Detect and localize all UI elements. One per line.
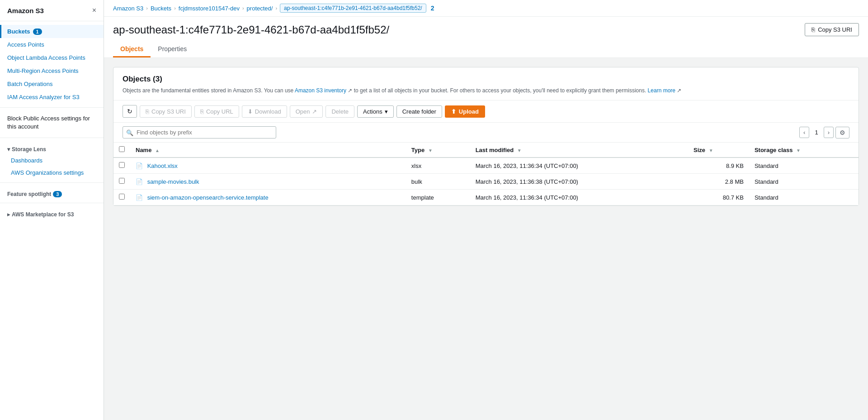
feature-spotlight-label: Feature spotlight <box>7 191 51 197</box>
row-checkbox-2[interactable] <box>119 194 125 200</box>
col-storage-class-sort-icon: ▼ <box>796 148 801 153</box>
row-checkbox-1[interactable] <box>119 178 125 184</box>
col-storage-class-header[interactable]: Storage class ▼ <box>749 143 859 158</box>
row-size-cell: 80.7 KB <box>688 190 749 205</box>
create-folder-button[interactable]: Create folder <box>396 105 442 118</box>
access-points-label: Access Points <box>7 41 44 48</box>
sidebar-section-feature-spotlight[interactable]: Feature spotlight 3 <box>0 186 104 199</box>
col-name-label: Name <box>136 147 151 153</box>
buckets-label: Buckets <box>7 28 30 35</box>
storage-lens-label: Storage Lens <box>12 146 46 153</box>
col-size-header[interactable]: Size ▼ <box>688 143 749 158</box>
copy-s3-uri-label: Copy S3 URI <box>818 26 852 33</box>
iam-analyzer-label: IAM Access Analyzer for S3 <box>7 94 80 100</box>
refresh-button[interactable]: ↻ <box>123 105 137 118</box>
aws-marketplace-label: AWS Marketplace for S3 <box>12 211 74 218</box>
col-checkbox-header[interactable] <box>113 143 130 158</box>
download-button[interactable]: ⬇ Download <box>242 105 287 118</box>
sidebar-item-block-access[interactable]: Block Public Access settings for this ac… <box>0 111 104 134</box>
table-settings-button[interactable]: ⚙ <box>835 127 849 138</box>
chevron-down-icon: ▾ <box>7 146 10 153</box>
dashboards-label: Dashboards <box>11 157 42 164</box>
tabs: Objects Properties <box>113 42 859 57</box>
actions-chevron-icon: ▾ <box>385 108 388 115</box>
col-last-modified-label: Last modified <box>476 147 514 153</box>
sidebar-item-dashboards[interactable]: Dashboards <box>0 154 104 167</box>
breadcrumb-amazon-s3[interactable]: Amazon S3 <box>113 5 143 12</box>
objects-panel-header: Objects (3) Objects are the fundamental … <box>113 67 859 100</box>
tab-objects[interactable]: Objects <box>113 42 151 57</box>
breadcrumb-protected[interactable]: protected/ <box>247 5 273 12</box>
batch-ops-label: Batch Operations <box>7 81 52 87</box>
copy-url-button[interactable]: ⎘ Copy URL <box>194 105 239 118</box>
sidebar-item-buckets[interactable]: Buckets 1 <box>0 25 104 38</box>
external-icon: ↗ <box>312 108 317 115</box>
open-label: Open <box>296 108 310 115</box>
block-access-label: Block Public Access settings for this ac… <box>7 115 90 130</box>
upload-icon: ⬆ <box>451 108 456 115</box>
objects-table: Name ▲ Type ▼ Last modified ▼ Size <box>113 143 859 205</box>
main-content: Amazon S3 › Buckets › fcjdmsstore101547-… <box>104 0 868 420</box>
select-all-checkbox[interactable] <box>119 146 125 152</box>
row-checkbox-cell <box>113 174 130 190</box>
sidebar-item-access-points[interactable]: Access Points <box>0 38 104 51</box>
file-link-1[interactable]: sample-movies.bulk <box>147 178 199 185</box>
row-type-cell: template <box>406 190 470 205</box>
breadcrumb-sep-1: › <box>146 5 148 11</box>
desc-middle: to get a list of all objects in your buc… <box>354 87 648 94</box>
sidebar-item-iam-analyzer[interactable]: IAM Access Analyzer for S3 <box>0 91 104 104</box>
breadcrumb-sep-2: › <box>174 5 176 11</box>
sidebar-section-storage-lens[interactable]: ▾ Storage Lens <box>0 142 104 154</box>
col-type-sort-icon: ▼ <box>428 148 433 153</box>
learn-more-link[interactable]: Learn more <box>648 87 675 94</box>
copy-s3-uri-toolbar-label: Copy S3 URI <box>151 108 186 115</box>
copy-s3-uri-toolbar-button[interactable]: ⎘ Copy S3 URI <box>140 105 192 118</box>
delete-button[interactable]: Delete <box>326 105 354 118</box>
feature-spotlight-badge: 3 <box>53 191 62 197</box>
next-page-button[interactable]: › <box>824 127 834 138</box>
inventory-link[interactable]: Amazon S3 inventory <box>295 87 346 94</box>
actions-label: Actions <box>363 108 382 115</box>
prev-page-button[interactable]: ‹ <box>799 127 809 138</box>
sidebar-item-object-lambda[interactable]: Object Lambda Access Points <box>0 51 104 64</box>
sidebar-close-button[interactable]: × <box>92 6 96 14</box>
col-last-modified-header[interactable]: Last modified ▼ <box>470 143 688 158</box>
file-link-0[interactable]: Kahoot.xlsx <box>147 162 178 169</box>
col-type-label: Type <box>411 147 425 153</box>
col-type-header[interactable]: Type ▼ <box>406 143 470 158</box>
copy-icon: ⎘ <box>811 26 815 33</box>
open-button[interactable]: Open ↗ <box>290 105 323 118</box>
file-link-2[interactable]: siem-on-amazon-opensearch-service.templa… <box>147 194 269 201</box>
upload-button[interactable]: ⬆ Upload <box>445 105 485 118</box>
multi-region-label: Multi-Region Access Points <box>7 67 79 74</box>
col-name-header[interactable]: Name ▲ <box>130 143 406 158</box>
sidebar-title: Amazon S3 <box>7 7 44 14</box>
breadcrumb-sep-4: › <box>275 5 277 11</box>
sidebar-section-aws-marketplace[interactable]: ▸ AWS Marketplace for S3 <box>0 207 104 220</box>
breadcrumb-buckets[interactable]: Buckets <box>151 5 171 12</box>
col-storage-class-label: Storage class <box>755 147 793 153</box>
sidebar-item-multi-region[interactable]: Multi-Region Access Points <box>0 64 104 77</box>
pagination: ‹ 1 › ⚙ <box>799 127 849 138</box>
objects-description: Objects are the fundamental entities sto… <box>123 86 849 95</box>
copy-s3-uri-button[interactable]: ⎘ Copy S3 URI <box>805 23 859 36</box>
sidebar-item-batch-ops[interactable]: Batch Operations <box>0 77 104 91</box>
breadcrumb-badge: 2 <box>431 5 434 12</box>
search-input[interactable] <box>123 126 276 138</box>
row-checkbox-0[interactable] <box>119 162 125 168</box>
search-wrap: 🔍 <box>123 126 276 138</box>
breadcrumb-sep-3: › <box>242 5 244 11</box>
actions-button[interactable]: Actions ▾ <box>357 105 394 118</box>
table-row: 📄 Kahoot.xlsx xlsx March 16, 2023, 11:36… <box>113 158 859 174</box>
tab-properties[interactable]: Properties <box>151 42 194 57</box>
file-icon: 📄 <box>136 178 143 185</box>
breadcrumb-bucket-name[interactable]: fcjdmsstore101547-dev <box>179 5 240 12</box>
row-name-cell: 📄 Kahoot.xlsx <box>130 158 406 174</box>
sidebar-item-org-settings[interactable]: AWS Organizations settings <box>0 167 104 179</box>
row-name-cell: 📄 siem-on-amazon-opensearch-service.temp… <box>130 190 406 205</box>
buckets-badge: 1 <box>33 29 42 35</box>
file-icon: 📄 <box>136 194 143 201</box>
create-folder-label: Create folder <box>402 108 436 115</box>
page-title: ap-southeast-1:c4fe771b-2e91-4621-b67d-a… <box>113 24 389 36</box>
current-page: 1 <box>811 127 821 138</box>
